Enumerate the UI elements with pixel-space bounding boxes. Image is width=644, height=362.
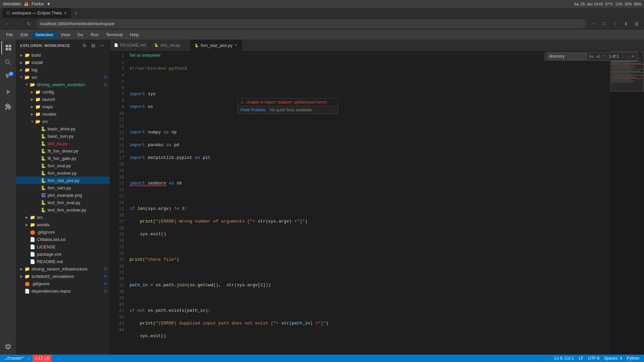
apps-button[interactable]: ⊞ (632, 19, 641, 28)
tree-item-plot-example[interactable]: 🖼 plot_example.png (16, 191, 110, 199)
tree-item-fsm-vars[interactable]: 🐍 fsm_vars.py (16, 184, 110, 191)
collapse-all-button[interactable]: ⊟ (90, 42, 97, 49)
regex-button[interactable]: .* (602, 54, 606, 59)
tab-readme[interactable]: 📄 README.md (110, 40, 150, 51)
activity-settings[interactable] (1, 340, 15, 353)
menu-go[interactable]: Go (74, 31, 87, 39)
aktivitaten-label[interactable]: Aktivitäten (3, 2, 21, 6)
menu-view[interactable]: View (57, 31, 73, 39)
tree-item-gitignore-root[interactable]: ⬤ .gitignore U (16, 280, 110, 287)
tree-item-srv[interactable]: ▶ 📁 srv (16, 214, 110, 221)
tree-item-install[interactable]: ▶ 📁 install (16, 59, 110, 66)
more-actions-button[interactable]: ⋯ (98, 42, 106, 49)
status-bar: ⎇ master* ↕ ⚠ 12 △ 0 Ln 8, Col 1 LF UTF-… (0, 355, 644, 362)
tree-item-fsm-eval[interactable]: 🐍 fsm_eval.py (16, 162, 110, 169)
tree-item-basic-drive[interactable]: 🐍 basic_drive.py (16, 125, 110, 132)
menu-run[interactable]: Run (87, 31, 102, 39)
download-button[interactable]: ⬇ (621, 19, 631, 28)
tree-item-readme-inner[interactable]: 📄 README.md (16, 258, 110, 265)
menu-selection[interactable]: Selection (32, 31, 56, 39)
tree-item-label: config (42, 89, 107, 95)
tree-item-driving-swarm[interactable]: ▼ 📂 driving_swarm_evolution U (16, 81, 110, 88)
back-button[interactable]: ← (3, 19, 12, 28)
forward-button[interactable]: → (13, 19, 23, 28)
git-branch-button[interactable]: ⎇ master* (3, 355, 25, 362)
next-match-button[interactable]: ↓ (626, 54, 630, 59)
tree-item-log[interactable]: ▶ 📁 log (16, 66, 110, 73)
tree-item-fsm-evolver[interactable]: 🐍 fsm_evolver.py (16, 169, 110, 177)
tree-item-test-fsm-eval[interactable]: 🐍 test_fsm_eval.py (16, 199, 110, 206)
tree-item-basic-turn[interactable]: 🐍 basic_turn.py (16, 132, 110, 140)
tree-item-launch[interactable]: ▶ 📁 launch (16, 96, 110, 103)
match-word-button[interactable]: ab (595, 54, 601, 59)
new-tab-button[interactable]: + (71, 9, 80, 18)
reload-button[interactable]: ↻ (24, 19, 34, 28)
menu-terminal[interactable]: Terminal (103, 31, 126, 39)
bookmark-button[interactable]: ☆ (610, 19, 620, 28)
minimap[interactable] (610, 51, 644, 355)
tab-dist-ea[interactable]: 🐍 dist_ea.py (150, 40, 191, 51)
prev-match-button[interactable]: ↑ (622, 54, 625, 59)
tab-close-button[interactable]: ✕ (234, 43, 238, 48)
tree-item-dependencies[interactable]: 📄 dependencies.repos U (16, 287, 110, 295)
set-interpreter-link[interactable]: Set as Interpreter (129, 53, 161, 58)
tree-item-fsm-stat-plot[interactable]: 🐍 fsm_stat_plot.py (16, 177, 110, 184)
tree-item-package-xml[interactable]: 📄 package.xml (16, 250, 110, 258)
match-case-button[interactable]: Aa (588, 54, 594, 59)
tree-item-src-root[interactable]: ▼ 📂 src U (16, 73, 110, 81)
tree-item-config[interactable]: ▶ 📁 config (16, 88, 110, 96)
tree-item-worlds[interactable]: ▶ 📁 worlds (16, 221, 110, 228)
activity-search[interactable] (1, 56, 15, 69)
menu-help[interactable]: Help (126, 31, 142, 39)
search-input[interactable] (547, 53, 587, 60)
activity-explorer[interactable] (1, 41, 15, 54)
folder-icon: 📁 (35, 112, 41, 117)
close-search-button[interactable]: ✕ (631, 54, 635, 59)
shield-icon[interactable]: 🛡 (600, 19, 609, 28)
activity-run[interactable] (1, 85, 15, 99)
peek-problem-link[interactable]: Peek Problem (240, 108, 266, 112)
encoding-button[interactable]: UTF-8 (586, 355, 601, 362)
tree-item-maps[interactable]: ▶ 📁 maps (16, 103, 110, 110)
address-bar[interactable]: localhost:1900/#/home/docker/workspace (36, 19, 586, 28)
tree-arrow: ▶ (24, 216, 30, 219)
code-line-12: if len(sys.argv) != 3: (127, 205, 610, 212)
modified-badge: U (104, 282, 107, 286)
tree-item-fit-fun-gate[interactable]: 🐍 fit_fun_gate.py (16, 155, 110, 162)
ln-col-button[interactable]: Ln 8, Col 1 (552, 355, 576, 362)
spaces-button[interactable]: Spaces: 4 (602, 355, 624, 362)
tree-item-driving-infra[interactable]: ▶ 📁 driving_swarm_infrastructure U (16, 265, 110, 273)
language-button[interactable]: Python (625, 355, 641, 362)
tree-item-label: CMakeLists.txt (37, 237, 107, 242)
menu-file[interactable]: File (3, 31, 16, 39)
browser-tab[interactable]: ⬡ workspace — Eclipse Theia ✕ (3, 8, 71, 18)
tree-item-models[interactable]: ▶ 📁 models (16, 110, 110, 118)
tree-item-src-inner[interactable]: ▼ 📂 src (16, 118, 110, 125)
code-area[interactable]: Set as Interpreter #!/usr/bin/env python… (127, 51, 610, 355)
tree-item-dist-ea[interactable]: 🐍 dist_ea.py (16, 140, 110, 147)
tree-item-test-fsm-evolver[interactable]: 🐍 test_fsm_evolver.py (16, 206, 110, 214)
error-count: 12 (38, 356, 43, 361)
activity-extensions[interactable] (1, 100, 15, 113)
md-file-icon: 📄 (30, 259, 36, 264)
extensions-button[interactable]: ⋯ (589, 19, 598, 28)
menu-edit[interactable]: Edit (17, 31, 31, 39)
refresh-explorer-button[interactable]: ↻ (81, 42, 88, 49)
tree-item-license[interactable]: 📄 LICENSE (16, 243, 110, 250)
error-label: △ (43, 356, 47, 361)
sync-button[interactable]: ↕ (26, 355, 32, 362)
tree-item-label: fsm_vars.py (48, 185, 107, 190)
tree-item-gitignore-inner[interactable]: ⬤ .gitignore (16, 228, 110, 236)
code-line-16: print("check file") (127, 256, 610, 263)
tree-item-build[interactable]: ▶ 📁 build (16, 51, 110, 59)
tab-fsm-stat-plot[interactable]: 🐍 fsm_stat_plot.py ✕ (191, 40, 242, 51)
lf-button[interactable]: LF (577, 355, 585, 362)
tree-item-fit-fun-driver[interactable]: 🐍 fit_fun_driver.py (16, 147, 110, 155)
tree-item-label: log (32, 67, 107, 72)
tree-item-cmakelists[interactable]: 📄 CMakeLists.txt (16, 236, 110, 243)
activity-source-control[interactable]: 1 (1, 70, 15, 84)
browser-tab-close[interactable]: ✕ (64, 11, 67, 15)
errors-button[interactable]: ⚠ 12 △ 0 (33, 355, 51, 362)
tree-item-turtlebot[interactable]: ▶ 📁 turtlebot3_simulations U (16, 273, 110, 280)
tree-item-label: maps (42, 104, 107, 109)
